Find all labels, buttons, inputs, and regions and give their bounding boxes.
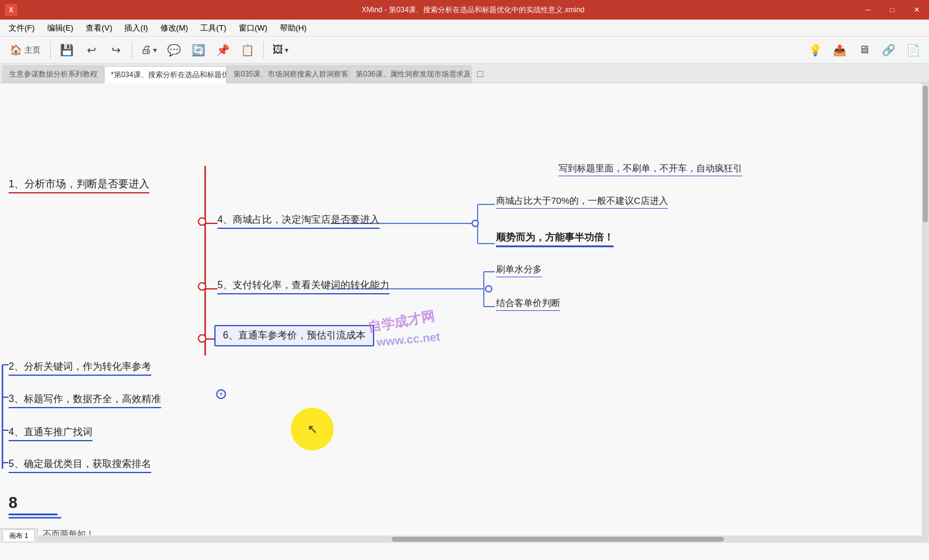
minimize-button[interactable]: ─: [856, 0, 880, 20]
node-3-expand[interactable]: +: [216, 389, 226, 399]
comment-button[interactable]: 💬: [163, 39, 185, 61]
tab-maximize[interactable]: □: [472, 65, 489, 83]
cursor-highlight: ↖: [291, 408, 334, 450]
window-controls: ─ □ ✕: [856, 0, 929, 20]
tabbar: 生意参谋数据分析系列教程 *第034课、搜索分析在选品和标题优化中的实战性意义 …: [0, 64, 929, 83]
close-button[interactable]: ✕: [905, 0, 929, 20]
watermark-2: www.cc.net: [376, 330, 440, 349]
node-top-detail: 写到标题里面，不刷单，不开车，自动疯狂引: [559, 163, 742, 176]
node-1-dot: [198, 217, 206, 226]
more-button[interactable]: 📄: [902, 39, 924, 61]
node-5-dot: [198, 282, 206, 291]
lightbulb-button[interactable]: 💡: [804, 39, 826, 61]
node-5-detail2: 结合客单价判断: [496, 297, 560, 311]
connector-lines: [0, 83, 929, 560]
node-4-title[interactable]: 4、商城占比，决定淘宝店是否要进入: [217, 214, 380, 229]
canvas-tabs: 画布 1: [0, 528, 38, 543]
vertical-scrollbar[interactable]: [922, 83, 929, 543]
tab-036-label: 第036课、属性洞察发现市场需求及时调整产品线布局: [356, 69, 472, 80]
node-4-detail1: 商城占比大于70%的，一般不建议C店进入: [496, 195, 668, 209]
menu-insert[interactable]: 插入(I): [118, 21, 154, 35]
node-4-main[interactable]: 4、直通车推广找词: [9, 426, 92, 441]
toolbar-separator-2: [132, 42, 132, 59]
titlebar: X XMind - 第034课、搜索分析在选品和标题优化中的实战性意义.xmin…: [0, 0, 929, 20]
tab-035-label: 第035课、市场洞察搜索人群洞察客群特征针对性营销: [233, 69, 349, 80]
attach-button[interactable]: 📌: [212, 39, 234, 61]
node-2-main[interactable]: 2、分析关键词，作为转化率参考: [9, 360, 151, 376]
toolbar-separator-1: [50, 42, 51, 59]
print-button[interactable]: 🖨 ▾: [137, 39, 160, 61]
node-8-number[interactable]: 8: [9, 493, 17, 512]
toolbar-separator-3: [263, 42, 264, 59]
main-canvas: 1、分析市场，判断是否要进入 4、商城占比，决定淘宝店是否要进入 商城占比大于7…: [0, 83, 929, 560]
node-1[interactable]: 1、分析市场，判断是否要进入: [9, 177, 149, 193]
menu-tools[interactable]: 工具(T): [194, 21, 233, 35]
present-button[interactable]: 🖥: [853, 39, 875, 61]
menu-view[interactable]: 查看(V): [80, 21, 118, 35]
node-8-underline: [9, 513, 58, 515]
node-5-main[interactable]: 5、确定最优类目，获取搜索排名: [9, 458, 151, 473]
toolbar: 🏠 主页 💾 ↩ ↪ 🖨 ▾ 💬 🔄 📌 📋 🖼 ▾ 💡 📤 🖥 🔗 📄: [0, 37, 929, 64]
menubar: 文件(F) 编辑(E) 查看(V) 插入(I) 修改(M) 工具(T) 窗口(W…: [0, 20, 929, 37]
node-5-detail1: 刷单水分多: [496, 264, 542, 277]
redo-button[interactable]: ↪: [105, 39, 127, 61]
app-icon: X: [5, 4, 17, 16]
horizontal-scrollbar[interactable]: [37, 536, 922, 543]
menu-window[interactable]: 窗口(W): [233, 21, 274, 35]
tab-036[interactable]: 第036课、属性洞察发现市场需求及时调整产品线布局: [349, 65, 472, 83]
notes-button[interactable]: 📋: [236, 39, 258, 61]
export-button[interactable]: 📤: [829, 39, 851, 61]
canvas-tab-1[interactable]: 画布 1: [2, 529, 35, 542]
toolbar-right: 💡 📤 🖥 🔗 📄: [804, 39, 924, 61]
tab-series-label: 生意参谋数据分析系列教程: [9, 69, 97, 80]
node-4-dot: [472, 220, 479, 227]
tab-034[interactable]: *第034课、搜索分析在选品和标题优化中的实战性意义 ✕: [104, 66, 227, 83]
watermark-1: 自学成才网: [366, 307, 436, 337]
maximize-button[interactable]: □: [880, 0, 905, 20]
undo-button[interactable]: ↩: [80, 39, 102, 61]
node-4-detail2: 顺势而为，方能事半功倍！: [496, 231, 614, 247]
node-5-dot: [485, 285, 492, 293]
tab-series[interactable]: 生意参谋数据分析系列教程: [2, 65, 104, 83]
menu-modify[interactable]: 修改(M): [154, 21, 195, 35]
share-button[interactable]: 🔗: [878, 39, 900, 61]
node-6-selected[interactable]: 6、直通车参考价，预估引流成本: [214, 325, 374, 346]
node-3-main[interactable]: 3、标题写作，数据齐全，高效精准: [9, 393, 161, 408]
node-5-title[interactable]: 5、支付转化率，查看关键词的转化能力: [217, 279, 389, 294]
menu-help[interactable]: 帮助(H): [274, 21, 313, 35]
menu-edit[interactable]: 编辑(E): [41, 21, 80, 35]
menu-file[interactable]: 文件(F): [2, 21, 41, 35]
window-title: XMind - 第034课、搜索分析在选品和标题优化中的实战性意义.xmind: [22, 5, 924, 15]
tab-035[interactable]: 第035课、市场洞察搜索人群洞察客群特征针对性营销: [227, 65, 349, 83]
tab-034-label: *第034课、搜索分析在选品和标题优化中的实战性意义: [111, 70, 227, 80]
sync-button[interactable]: 🔄: [187, 39, 209, 61]
node-6-dot: [198, 334, 206, 343]
home-button[interactable]: 🏠 主页: [5, 39, 45, 61]
home-label: 主页: [24, 45, 40, 56]
image-button[interactable]: 🖼 ▾: [269, 39, 292, 61]
save-button[interactable]: 💾: [56, 39, 78, 61]
